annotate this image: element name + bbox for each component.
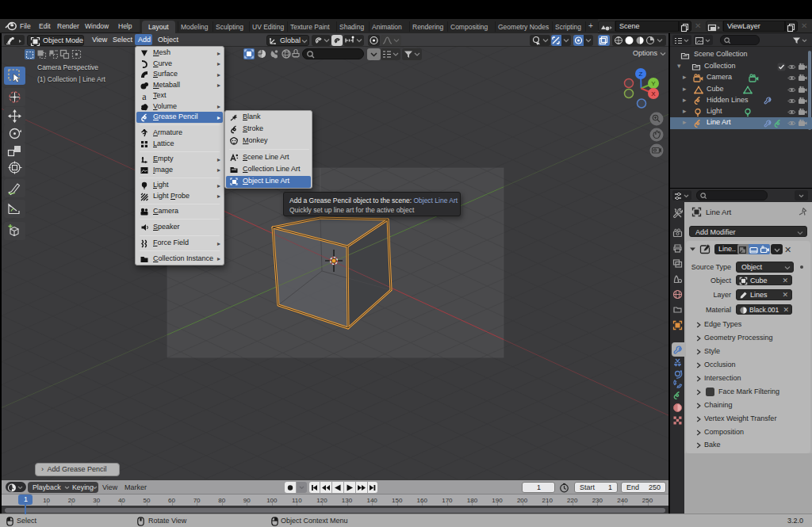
- svg-text:Z: Z: [639, 71, 643, 78]
- svg-text:X: X: [651, 90, 656, 97]
- svg-text:Y: Y: [651, 80, 656, 87]
- svg-text:a: a: [142, 91, 147, 101]
